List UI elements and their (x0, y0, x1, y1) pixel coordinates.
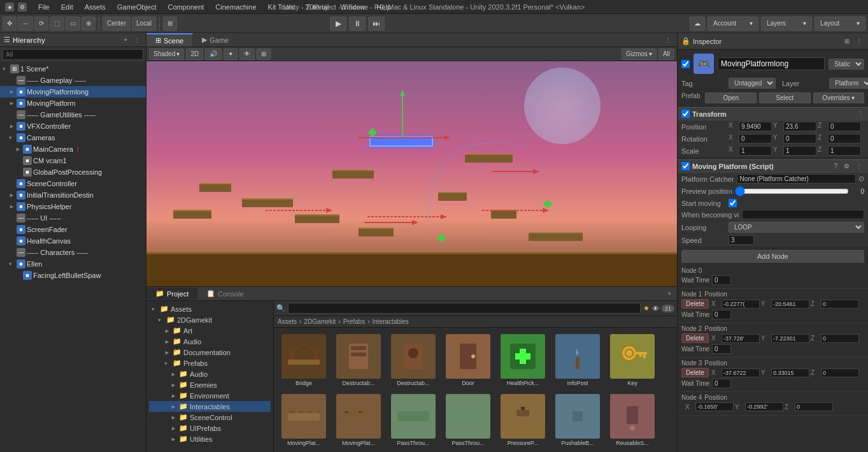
speed-field[interactable] (729, 235, 754, 245)
inspector-lock-icon[interactable]: 🔒 (681, 37, 690, 45)
tree-enemies[interactable]: ► 📁 Enemies (149, 379, 271, 390)
rotate-tool[interactable]: ⟳ (34, 17, 48, 31)
menu-edit[interactable]: Edit (56, 2, 78, 12)
move-tool[interactable]: ↔ (18, 17, 33, 31)
n1-z-field[interactable] (821, 300, 859, 309)
menu-gameobject[interactable]: GameObject (112, 2, 162, 12)
menu-tutorial[interactable]: Tutorial (301, 2, 334, 12)
inspector-menu[interactable]: ⋮ (854, 37, 864, 45)
scale-tool[interactable]: ⬚ (50, 17, 64, 31)
menu-cinemachine[interactable]: Cinemachine (210, 2, 261, 12)
n1-y-field[interactable] (771, 300, 809, 309)
rot-y-field[interactable] (783, 134, 816, 143)
cloud-button[interactable]: ☁ (690, 17, 705, 31)
script-section-header[interactable]: Moving Platform (Script) ? ⚙ ⋮ (678, 159, 868, 173)
rot-x-field[interactable] (739, 134, 772, 143)
node-1-wait-field[interactable] (712, 310, 731, 319)
tab-game[interactable]: ▶ Game (193, 33, 238, 47)
scale-z-field[interactable] (828, 146, 861, 156)
project-add[interactable]: + (665, 289, 673, 298)
pos-z-field[interactable] (828, 122, 861, 131)
n4-z-field[interactable] (795, 402, 833, 411)
tree-documentation[interactable]: ► 📁 Documentation (149, 347, 271, 358)
rect-tool[interactable]: ▭ (66, 17, 80, 31)
tree-audio2[interactable]: ► 📁 Audio (149, 368, 271, 379)
project-search-input[interactable] (288, 303, 641, 314)
prefab-open-btn[interactable]: Open (705, 92, 757, 103)
breadcrumb-assets[interactable]: Assets (278, 318, 297, 325)
menu-kittools[interactable]: Kit Tools (263, 2, 299, 12)
audio-toggle[interactable]: 🔊 (205, 48, 222, 60)
hier-gameutilities[interactable]: — ----- GameUtilities ----- (0, 109, 146, 120)
menu-component[interactable]: Component (162, 2, 209, 12)
hier-scenecontroller[interactable]: ■ SceneController (0, 178, 146, 189)
node-3-wait-field[interactable] (712, 379, 731, 388)
menu-assets[interactable]: Assets (80, 2, 111, 12)
object-active-checkbox[interactable] (681, 60, 690, 68)
transform-toggle[interactable] (681, 110, 690, 118)
node-3-delete-btn[interactable]: Delete (681, 368, 709, 377)
breadcrumb-prefabs[interactable]: Prefabs (343, 318, 365, 325)
star-icon[interactable]: ★ (643, 304, 650, 312)
n2-z-field[interactable] (821, 334, 859, 343)
play-button[interactable]: ▶ (330, 17, 346, 31)
add-node-button[interactable]: Add Node (681, 250, 864, 263)
scene-grid[interactable]: ⊞ (257, 48, 271, 60)
hier-characters[interactable]: — ----- Characters ----- (0, 247, 146, 258)
layers-dropdown[interactable]: Layers ▾ (761, 17, 812, 31)
tag-select[interactable]: Untagged (729, 78, 776, 89)
tree-scenecontrol[interactable]: ► 📁 SceneControl (149, 412, 271, 423)
n4-x-field[interactable] (695, 402, 734, 411)
transform-section-header[interactable]: Transform ⋮ (678, 107, 868, 120)
node-0-wait-field[interactable] (712, 275, 731, 285)
proj-item-destructable2[interactable]: Destructab... (387, 332, 439, 389)
n2-x-field[interactable] (722, 334, 760, 343)
scene-hidden[interactable]: 👁 (239, 48, 255, 60)
script-toggle[interactable] (681, 162, 690, 170)
hier-maincamera[interactable]: ► ■ MainCamera ! (0, 143, 146, 155)
hier-gameplay[interactable]: — ----- Gameplay ----- (0, 75, 146, 86)
tree-2dgamekit[interactable]: ▾ 📁 2DGamekit (149, 314, 271, 325)
hierarchy-search[interactable] (3, 49, 143, 60)
breadcrumb-interactables[interactable]: Interactables (373, 318, 409, 325)
node-2-delete-btn[interactable]: Delete (681, 333, 709, 343)
hier-cameras[interactable]: ▾ ■ Cameras (0, 132, 146, 143)
pos-y-field[interactable] (783, 122, 816, 131)
account-dropdown[interactable]: Account ▾ (708, 17, 758, 31)
proj-item-pass1[interactable]: PassThrou... (387, 391, 439, 449)
proj-item-bridge[interactable]: Bridge (278, 332, 330, 389)
proj-item-key[interactable]: Key (606, 332, 658, 389)
hierarchy-menu[interactable]: ⋮ (132, 36, 142, 44)
tab-scene[interactable]: ⊞ Scene (146, 33, 193, 47)
hier-ui[interactable]: — ----- UI ----- (0, 212, 146, 224)
layer-select[interactable]: Platform (829, 78, 868, 89)
tree-prefabs[interactable]: ▾ 📁 Prefabs (149, 358, 271, 368)
proj-item-infopost[interactable]: i InfoPost (551, 332, 604, 389)
proj-item-pass2[interactable]: PassThrou... (442, 391, 494, 449)
preview-slider[interactable] (735, 186, 849, 196)
tab-console[interactable]: 📋 Console (197, 288, 252, 300)
hier-vcam1[interactable]: ■ CM vcam1 (0, 155, 146, 166)
proj-item-health[interactable]: HealthPick... (497, 332, 549, 389)
local-toggle[interactable]: Local (132, 17, 156, 31)
start-moving-checkbox[interactable] (729, 199, 737, 207)
hier-healthcanvas[interactable]: ■ HealthCanvas (0, 235, 146, 247)
node-1-delete-btn[interactable]: Delete (681, 299, 709, 309)
layout-dropdown[interactable]: Layout ▾ (815, 17, 865, 31)
platform-catcher-field[interactable] (737, 174, 856, 184)
platform-catcher-pick[interactable]: ⊙ (858, 175, 864, 183)
looping-select[interactable]: LOOP (729, 222, 864, 233)
rot-z-field[interactable] (828, 134, 861, 143)
step-button[interactable]: ⏭ (368, 17, 385, 31)
menu-help[interactable]: Help (371, 2, 396, 12)
prefab-select-btn[interactable]: Select (759, 92, 811, 103)
inspector-debug[interactable]: ⊞ (843, 37, 851, 45)
hierarchy-add[interactable]: + (122, 36, 129, 44)
script-help[interactable]: ? (832, 162, 839, 170)
n3-z-field[interactable] (821, 368, 859, 377)
proj-item-door[interactable]: Door (442, 332, 494, 389)
when-becoming-field[interactable] (742, 210, 865, 219)
transform-menu[interactable]: ⋮ (857, 110, 864, 118)
tree-audio[interactable]: ► 📁 Audio (149, 336, 271, 347)
proj-item-destructable1[interactable]: Destructab... (332, 332, 385, 389)
